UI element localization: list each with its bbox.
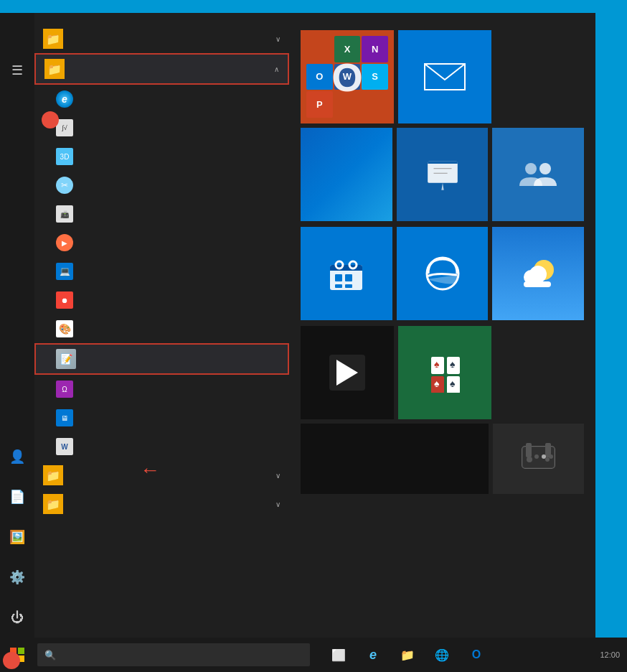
app-item-fax[interactable]: 📠: [34, 200, 289, 228]
app-item-accessory[interactable]: 📁 ∧: [34, 53, 289, 85]
outlook-taskbar-icon[interactable]: O: [465, 643, 488, 666]
search-box[interactable]: 🔍: [37, 643, 310, 666]
solitaire-svg-icon: ♠ ♠ ♠ ♠: [425, 353, 465, 393]
notepad-app-icon: 📝: [56, 349, 76, 369]
svg-rect-6: [428, 162, 458, 164]
wmp-app-icon: ▶: [55, 233, 75, 253]
svg-point-37: [527, 457, 532, 462]
accessory-folder-icon: 📁: [44, 59, 65, 79]
tile-xbox[interactable]: [493, 424, 584, 494]
annotation-1: [3, 652, 20, 669]
nav-power-icon[interactable]: ⏻: [3, 603, 32, 632]
svg-rect-1: [18, 648, 24, 654]
tile-netflix[interactable]: [301, 424, 489, 494]
steps-app-icon: ⏺: [55, 290, 75, 310]
nav-sidebar: ☰ 👤 📄 🖼️ ⚙️ ⏻: [0, 13, 34, 638]
task-view-button[interactable]: ⬜: [327, 643, 350, 666]
svg-text:♠: ♠: [434, 378, 440, 389]
app-item-powershell[interactable]: 📁 ∨: [34, 24, 289, 53]
svg-rect-13: [330, 268, 362, 271]
tile-whiteboard[interactable]: [397, 128, 489, 221]
tiles-panel: X N O W S P O: [289, 13, 595, 638]
svg-point-38: [534, 454, 539, 459]
svg-rect-16: [335, 274, 342, 281]
svg-point-41: [545, 457, 550, 462]
taskbar: 🔍 ⬜ e 📁 🌐 O 12:00: [0, 638, 627, 672]
app-item-wintools[interactable]: 📁 ∨: [34, 490, 289, 518]
annotation-arrow: ←: [140, 459, 160, 482]
tile-surface[interactable]: [301, 128, 392, 221]
people-svg-icon: [517, 153, 560, 196]
annotation-2: [42, 111, 59, 129]
tiles-row-4: ♠ ♠ ♠ ♠: [301, 326, 584, 419]
snipping-app-icon: ✂: [55, 175, 75, 195]
svg-point-40: [549, 454, 553, 459]
tile-solitaire[interactable]: ♠ ♠ ♠ ♠: [398, 326, 491, 419]
tile-weather[interactable]: [492, 227, 584, 320]
svg-rect-35: [526, 443, 532, 457]
tiles-row-5: [301, 424, 584, 494]
ie-icon: e: [55, 89, 75, 109]
app-item-math[interactable]: ∫√: [34, 113, 289, 142]
tile-edge[interactable]: [397, 227, 489, 320]
app-item-ie[interactable]: e: [34, 85, 289, 113]
app-item-charmap[interactable]: Ω: [34, 375, 289, 403]
ease-expand-icon: ∨: [275, 472, 280, 480]
app-item-notepad[interactable]: 📝: [34, 343, 289, 375]
svg-rect-19: [345, 284, 352, 288]
svg-rect-18: [335, 284, 342, 288]
fax-app-icon: 📠: [55, 204, 75, 224]
nav-user-icon[interactable]: 👤: [3, 442, 32, 471]
taskbar-pinned-icons: ⬜ e 📁 🌐 O: [327, 643, 488, 666]
svg-point-9: [525, 163, 537, 174]
svg-point-39: [542, 454, 546, 459]
nav-settings-icon[interactable]: ⚙️: [3, 563, 32, 592]
tile-people[interactable]: [492, 128, 584, 221]
app-item-print3d[interactable]: 3D: [34, 142, 289, 171]
app-item-paint[interactable]: 🎨: [34, 314, 289, 343]
app-item-steps[interactable]: ⏺: [34, 286, 289, 314]
svg-point-10: [539, 163, 551, 174]
app-list-scroll[interactable]: 📁 ∨ 📁 ∧ e: [34, 24, 289, 638]
chrome-taskbar-icon[interactable]: 🌐: [430, 643, 453, 666]
store-svg-icon: [326, 254, 366, 294]
svg-rect-24: [524, 281, 551, 287]
nav-hamburger-icon[interactable]: ☰: [3, 56, 32, 85]
rdp-app-icon: 🖥: [55, 408, 75, 428]
app-item-snipping[interactable]: ✂: [34, 171, 289, 200]
powershell-expand-icon: ∨: [275, 35, 280, 43]
accessory-expand-icon: ∧: [274, 65, 279, 73]
edge-svg-icon: [421, 252, 464, 295]
clock: 12:00: [600, 650, 620, 659]
wintools-expand-icon: ∨: [275, 500, 280, 508]
svg-point-23: [529, 266, 547, 283]
app-item-wordpad[interactable]: W: [34, 432, 289, 461]
nav-pictures-icon[interactable]: 🖼️: [3, 523, 32, 551]
section-letter: [34, 13, 289, 24]
tile-store[interactable]: [301, 227, 392, 320]
app-item-quickassist[interactable]: 💻: [34, 257, 289, 286]
tiles-row-2: [301, 128, 584, 221]
edge-taskbar-icon[interactable]: e: [362, 643, 385, 666]
tile-movies[interactable]: [301, 326, 394, 419]
powershell-icon: 📁: [43, 29, 63, 49]
quickassist-app-icon: 💻: [55, 261, 75, 281]
paint-app-icon: 🎨: [55, 319, 75, 339]
mail-icon: [423, 62, 466, 91]
svg-text:♠: ♠: [450, 358, 456, 370]
system-tray: 12:00: [600, 650, 620, 659]
search-icon: 🔍: [44, 650, 56, 661]
xbox-svg-icon: [519, 439, 558, 479]
app-item-wmp[interactable]: ▶: [34, 228, 289, 257]
tiles-row-1: X N O W S P O: [301, 30, 584, 123]
wordpad-app-icon: W: [55, 437, 75, 457]
wintools-folder-icon: 📁: [43, 494, 63, 514]
tile-mail[interactable]: [398, 30, 491, 123]
file-explorer-taskbar-icon[interactable]: 📁: [396, 643, 419, 666]
nav-documents-icon[interactable]: 📄: [3, 482, 32, 511]
ease-folder-icon: 📁: [43, 465, 63, 485]
app-item-rdp[interactable]: 🖥: [34, 403, 289, 432]
tile-office[interactable]: X N O W S P O: [301, 30, 394, 123]
svg-rect-17: [345, 274, 352, 281]
app-item-ease[interactable]: 📁 ∨: [34, 461, 289, 490]
